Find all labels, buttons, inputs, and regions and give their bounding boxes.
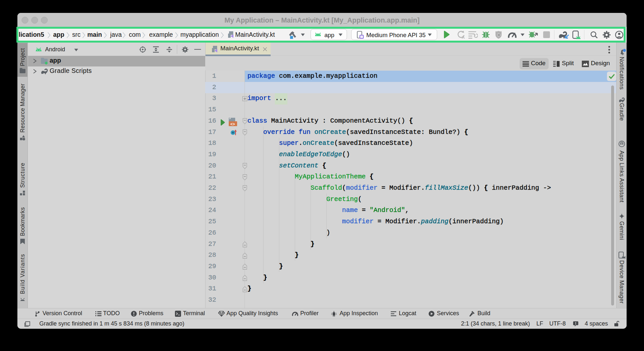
svg-text:<>: <> [230, 122, 235, 126]
